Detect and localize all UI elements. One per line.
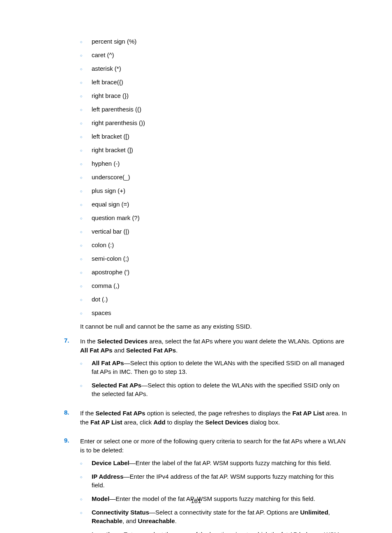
list-item: ○percent sign (%) — [80, 37, 348, 46]
bullet-icon: ○ — [80, 475, 92, 480]
bullet-icon: ○ — [80, 229, 92, 235]
list-text: Location—Enter or select the name of the… — [92, 530, 348, 533]
list-text: plus sign (+) — [92, 186, 348, 195]
list-item: ○right parenthesis ()) — [80, 118, 348, 127]
bullet-icon: ○ — [80, 284, 92, 289]
list-text: left bracket ([) — [92, 132, 348, 141]
list-item: ○Device Label—Enter the label of the fat… — [80, 459, 348, 467]
list-text: vertical bar (|) — [92, 227, 348, 236]
list-text: Device Label—Enter the label of the fat … — [92, 459, 348, 467]
list-text: apostrophe (') — [92, 268, 348, 276]
list-item: ○underscore(_) — [80, 173, 348, 181]
bullet-icon: ○ — [80, 39, 92, 45]
list-text: right brace (}) — [92, 91, 348, 100]
list-text: spaces — [92, 308, 348, 317]
list-item: ○right brace (}) — [80, 91, 348, 100]
bullet-icon: ○ — [80, 383, 92, 389]
list-item: ○left brace({) — [80, 78, 348, 86]
list-text: hyphen (-) — [92, 159, 348, 168]
list-item: ○question mark (?) — [80, 213, 348, 222]
list-item: ○semi-colon (;) — [80, 254, 348, 263]
page-content: ○percent sign (%) ○caret (^) ○asterisk (… — [0, 0, 392, 533]
list-item: ○plus sign (+) — [80, 186, 348, 195]
step-sublist: ○Device Label—Enter the label of the fat… — [80, 459, 348, 533]
bullet-icon: ○ — [80, 121, 92, 126]
bullet-icon: ○ — [80, 257, 92, 262]
list-item: ○asterisk (*) — [80, 64, 348, 73]
step-7: 7. In the Selected Devices area, select … — [62, 337, 348, 403]
list-item: ○spaces — [80, 308, 348, 317]
bullet-icon: ○ — [80, 270, 92, 276]
list-text: Selected Fat APs—Select this option to d… — [92, 381, 348, 398]
list-text: semi-colon (;) — [92, 254, 348, 263]
list-text: right bracket (]) — [92, 146, 348, 154]
step-8: 8. If the Selected Fat APs option is sel… — [62, 409, 348, 431]
step-body: In the Selected Devices area, select the… — [80, 337, 348, 403]
note-text: It cannot be null and cannot be the same… — [80, 322, 348, 331]
step-sublist: ○All Fat APs—Select this option to delet… — [80, 359, 348, 398]
bullet-icon: ○ — [80, 148, 92, 153]
list-text: comma (,) — [92, 281, 348, 290]
list-text: percent sign (%) — [92, 37, 348, 46]
bullet-icon: ○ — [80, 80, 92, 86]
bullet-icon: ○ — [80, 175, 92, 181]
bullet-icon: ○ — [80, 311, 92, 316]
bullet-icon: ○ — [80, 94, 92, 99]
list-item: ○All Fat APs—Select this option to delet… — [80, 359, 348, 376]
list-text: Connectivity Status—Select a connectivit… — [92, 508, 348, 525]
list-item: ○Location—Enter or select the name of th… — [80, 530, 348, 533]
list-item: ○left parenthesis (() — [80, 105, 348, 114]
list-item: ○equal sign (=) — [80, 200, 348, 209]
list-text: underscore(_) — [92, 173, 348, 181]
list-text: All Fat APs—Select this option to delete… — [92, 359, 348, 376]
list-text: dot (.) — [92, 295, 348, 304]
list-item: ○hyphen (-) — [80, 159, 348, 168]
list-item: ○comma (,) — [80, 281, 348, 290]
bullet-icon: ○ — [80, 243, 92, 248]
bullet-icon: ○ — [80, 461, 92, 466]
step-number: 9. — [62, 437, 80, 533]
list-item: ○caret (^) — [80, 51, 348, 59]
list-item: ○right bracket (]) — [80, 146, 348, 154]
list-text: left parenthesis (() — [92, 105, 348, 114]
bullet-icon: ○ — [80, 510, 92, 516]
list-item: ○left bracket ([) — [80, 132, 348, 141]
list-item: ○dot (.) — [80, 295, 348, 304]
list-item: ○Connectivity Status—Select a connectivi… — [80, 508, 348, 525]
step-9: 9. Enter or select one or more of the fo… — [62, 437, 348, 533]
bullet-icon: ○ — [80, 297, 92, 303]
list-text: question mark (?) — [92, 213, 348, 222]
step-paragraph: In the Selected Devices area, select the… — [80, 337, 348, 355]
list-item: ○apostrophe (') — [80, 268, 348, 276]
list-text: caret (^) — [92, 51, 348, 59]
list-text: equal sign (=) — [92, 200, 348, 209]
bullet-icon: ○ — [80, 216, 92, 221]
list-item: ○vertical bar (|) — [80, 227, 348, 236]
bullet-icon: ○ — [80, 107, 92, 113]
list-item: ○IP Address—Enter the IPv4 address of th… — [80, 472, 348, 489]
bullet-icon: ○ — [80, 67, 92, 72]
step-paragraph: If the Selected Fat APs option is select… — [80, 409, 348, 427]
list-text: colon (:) — [92, 241, 348, 249]
list-text: asterisk (*) — [92, 64, 348, 73]
list-item: ○colon (:) — [80, 241, 348, 249]
bullet-icon: ○ — [80, 361, 92, 366]
bullet-icon: ○ — [80, 189, 92, 194]
page-number: 181 — [0, 497, 392, 504]
step-body: If the Selected Fat APs option is select… — [80, 409, 348, 431]
bullet-icon: ○ — [80, 53, 92, 58]
char-list: ○percent sign (%) ○caret (^) ○asterisk (… — [80, 37, 348, 317]
list-item: ○Selected Fat APs—Select this option to … — [80, 381, 348, 398]
list-text: right parenthesis ()) — [92, 118, 348, 127]
bullet-icon: ○ — [80, 134, 92, 140]
step-body: Enter or select one or more of the follo… — [80, 437, 348, 533]
list-text: IP Address—Enter the IPv4 address of the… — [92, 472, 348, 489]
step-paragraph: Enter or select one or more of the follo… — [80, 437, 348, 455]
list-text: left brace({) — [92, 78, 348, 86]
step-number: 7. — [62, 337, 80, 403]
bullet-icon: ○ — [80, 202, 92, 208]
step-number: 8. — [62, 409, 80, 431]
bullet-icon: ○ — [80, 162, 92, 167]
